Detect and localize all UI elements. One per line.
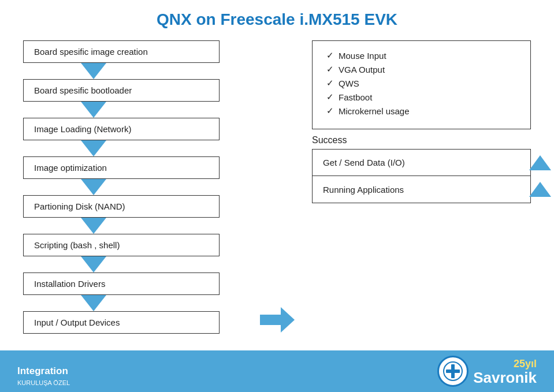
savronik-icon xyxy=(437,356,469,387)
step-box-1: Board spesific image creation xyxy=(23,40,220,63)
checkmark-5: ✓ xyxy=(326,106,334,116)
checkmark-1: ✓ xyxy=(326,50,334,61)
success-label: Success xyxy=(312,135,347,145)
checkmark-2: ✓ xyxy=(326,64,334,74)
header: QNX on Freescale i.MX515 EVK xyxy=(0,0,554,35)
feature-item-1: ✓ Mouse Input xyxy=(326,50,516,61)
feature-item-3: ✓ QWS xyxy=(326,78,516,88)
step-box-3: Image Loading (Network) xyxy=(23,118,220,140)
step-label-7: Installation Drivers xyxy=(34,279,105,289)
features-box: ✓ Mouse Input ✓ VGA Output ✓ QWS ✓ Fastb… xyxy=(312,40,531,129)
arrow-down-6 xyxy=(81,256,106,272)
up-arrow-1 xyxy=(529,155,551,170)
right-wrapper: ✓ Mouse Input ✓ VGA Output ✓ QWS ✓ Fastb… xyxy=(312,40,531,341)
savronik-text: 25yıl Savronik xyxy=(473,358,537,385)
step-item-4: Image optimization xyxy=(23,156,243,195)
savronik-logo: 25yıl Savronik xyxy=(437,356,537,387)
step-label-4: Image optimization xyxy=(34,163,107,173)
checkmark-3: ✓ xyxy=(326,78,334,88)
svg-rect-2 xyxy=(446,369,460,373)
step-item-1: Board spesific image creation xyxy=(23,40,243,79)
center-connector xyxy=(260,40,295,341)
arrow-down-3 xyxy=(81,140,106,156)
success-area: Success xyxy=(312,129,531,149)
savronik-svg-icon xyxy=(443,361,463,382)
feature-item-2: ✓ VGA Output xyxy=(326,64,516,74)
feature-item-4: ✓ Fastboot xyxy=(326,92,516,102)
feature-label-2: VGA Output xyxy=(339,65,385,74)
footer-subtitle: KURULUŞA ÖZEL xyxy=(17,379,70,386)
right-item-2: Running Applications xyxy=(313,176,530,203)
step-label-5: Partioning Disk (NAND) xyxy=(34,201,125,211)
feature-item-5: ✓ Microkernel usage xyxy=(326,106,516,116)
arrow-down-1 xyxy=(81,63,106,79)
arrow-body xyxy=(260,315,281,325)
arrow-down-2 xyxy=(81,102,106,118)
savronik-yil: 25yıl xyxy=(473,358,537,370)
horizontal-arrow xyxy=(260,307,295,333)
feature-label-5: Microkernel usage xyxy=(339,106,410,116)
up-arrow-shape-1 xyxy=(529,155,551,170)
arrow-down-4 xyxy=(81,179,106,195)
arrow-head xyxy=(281,307,295,333)
arrow-down-7 xyxy=(81,295,106,311)
page-title: QNX on Freescale i.MX515 EVK xyxy=(157,10,397,28)
right-item-1: Get / Send Data (I/O) xyxy=(313,150,530,176)
feature-label-1: Mouse Input xyxy=(339,51,386,61)
step-label-6: Scripting (bash , shell) xyxy=(34,240,120,250)
savronik-name: Savronik xyxy=(473,370,537,385)
step-item-5: Partioning Disk (NAND) xyxy=(23,195,243,234)
up-arrow-2 xyxy=(529,182,551,197)
step-label-1: Board spesific image creation xyxy=(34,47,148,57)
left-column: Board spesific image creation Board spes… xyxy=(23,40,243,341)
step-item-6: Scripting (bash , shell) xyxy=(23,234,243,272)
right-grouped: Get / Send Data (I/O) Running Applicatio… xyxy=(312,149,531,203)
step-box-7: Installation Drivers xyxy=(23,272,220,295)
step-item-8: Input / Output Devices xyxy=(23,311,243,334)
step-label-3: Image Loading (Network) xyxy=(34,124,131,134)
footer-integration-label: Integration xyxy=(17,365,68,377)
footer: Integration KURULUŞA ÖZEL 25yıl Savronik xyxy=(0,350,554,392)
right-label-1: Get / Send Data (I/O) xyxy=(323,158,405,167)
step-box-8: Input / Output Devices xyxy=(23,311,220,334)
savronik-yil-text: 25yıl xyxy=(514,358,537,369)
footer-logo-area: 25yıl Savronik xyxy=(437,356,537,387)
feature-label-4: Fastboot xyxy=(339,92,372,102)
step-box-5: Partioning Disk (NAND) xyxy=(23,195,220,218)
step-box-4: Image optimization xyxy=(23,156,220,179)
step-box-6: Scripting (bash , shell) xyxy=(23,234,220,256)
step-label-2: Board spesific bootloader xyxy=(34,85,132,95)
step-item-7: Installation Drivers xyxy=(23,272,243,311)
step-item-2: Board spesific bootloader xyxy=(23,79,243,118)
step-item-3: Image Loading (Network) xyxy=(23,118,243,156)
step-label-8: Input / Output Devices xyxy=(34,318,120,327)
arrow-down-5 xyxy=(81,218,106,234)
step-box-2: Board spesific bootloader xyxy=(23,79,220,102)
up-arrow-shape-2 xyxy=(529,182,551,197)
right-label-2: Running Applications xyxy=(323,185,404,195)
main-content: Board spesific image creation Board spes… xyxy=(0,35,554,341)
checkmark-4: ✓ xyxy=(326,92,334,102)
feature-label-3: QWS xyxy=(339,79,359,88)
